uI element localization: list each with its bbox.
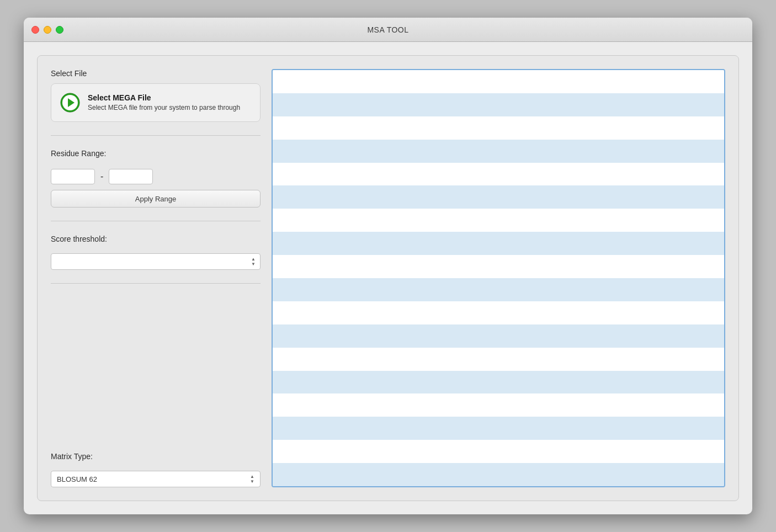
matrix-type-value: BLOSUM 62 [57, 475, 97, 483]
stripe-row [273, 463, 724, 486]
stripe-row [273, 440, 724, 463]
stripe-row [273, 232, 724, 255]
stripe-row [273, 371, 724, 394]
stripe-row [273, 140, 724, 163]
spinner-up-icon: ▲ [251, 257, 256, 262]
title-bar: MSA TOOL [24, 18, 752, 42]
matrix-down-icon: ▼ [250, 480, 254, 484]
close-button[interactable] [31, 26, 39, 34]
data-display-panel [272, 69, 725, 487]
range-dash: - [100, 172, 103, 182]
score-threshold-section: Score threshold: ▲ ▼ [51, 235, 261, 270]
stripe-row [273, 255, 724, 278]
stripe-row [273, 116, 724, 140]
stripe-row [273, 278, 724, 301]
matrix-type-section: Matrix Type: BLOSUM 62 ▲ ▼ [51, 452, 261, 487]
range-from-input[interactable] [51, 169, 95, 184]
stripe-row [273, 348, 724, 371]
divider-1 [51, 135, 261, 136]
window-content: Select File Select MEGA File Select MEGA… [24, 42, 752, 514]
stripe-row [273, 301, 724, 324]
residue-range-label: Residue Range: [51, 149, 261, 158]
file-info: Select MEGA File Select MEGA file from y… [88, 93, 240, 113]
apply-range-button[interactable]: Apply Range [51, 190, 261, 208]
app-window: MSA TOOL Select File [24, 18, 752, 514]
maximize-button[interactable] [56, 26, 63, 34]
range-to-input[interactable] [109, 169, 153, 184]
divider-3 [51, 283, 261, 284]
matrix-type-label: Matrix Type: [51, 452, 261, 461]
spinner-down-icon: ▼ [251, 262, 256, 267]
divider-2 [51, 221, 261, 221]
file-card-title: Select MEGA File [88, 93, 240, 102]
select-file-label: Select File [51, 69, 261, 78]
stripe-row [273, 324, 724, 348]
spinner-arrows: ▲ ▼ [251, 257, 256, 267]
score-threshold-label: Score threshold: [51, 235, 261, 243]
stripe-row [273, 209, 724, 232]
file-card-desc: Select MEGA file from your system to par… [88, 103, 240, 113]
minimize-button[interactable] [44, 26, 51, 34]
stripe-row [273, 70, 724, 93]
range-inputs: - [51, 169, 261, 184]
stripe-row [273, 185, 724, 209]
left-panel: Select File Select MEGA File Select MEGA… [51, 69, 261, 487]
stripe-row [273, 163, 724, 186]
select-file-section: Select File Select MEGA File Select MEGA… [51, 69, 261, 122]
traffic-lights [31, 26, 63, 34]
residue-range-section: Residue Range: - Apply Range [51, 149, 261, 208]
matrix-select-arrows: ▲ ▼ [250, 475, 254, 484]
striped-table [273, 70, 724, 486]
window-title: MSA TOOL [367, 25, 408, 34]
matrix-up-icon: ▲ [250, 475, 254, 479]
score-threshold-spinner[interactable]: ▲ ▼ [51, 253, 261, 270]
matrix-type-select[interactable]: BLOSUM 62 ▲ ▼ [51, 471, 261, 487]
file-selector-card[interactable]: Select MEGA File Select MEGA file from y… [51, 83, 261, 122]
file-select-icon [60, 93, 80, 113]
stripe-row [273, 417, 724, 440]
stripe-row [273, 93, 724, 116]
stripe-row [273, 393, 724, 417]
main-panel: Select File Select MEGA File Select MEGA… [37, 55, 739, 501]
